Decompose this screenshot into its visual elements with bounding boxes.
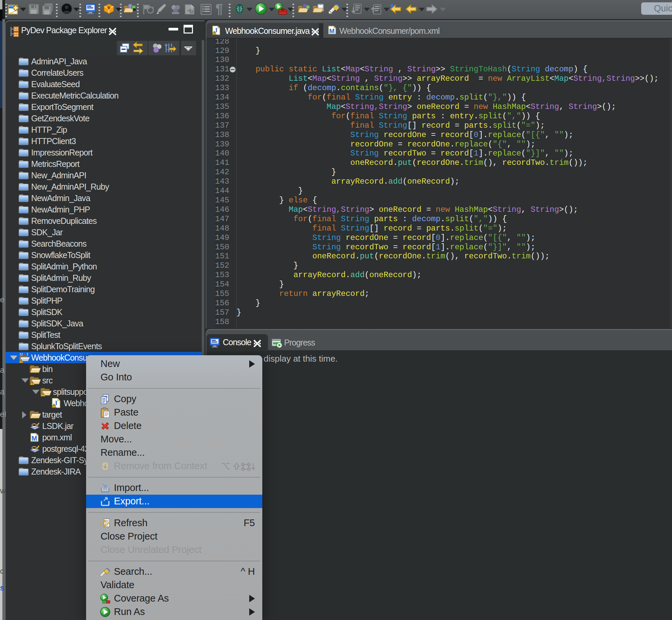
svg-text:M: M	[32, 435, 37, 442]
svg-text:M: M	[329, 28, 335, 35]
